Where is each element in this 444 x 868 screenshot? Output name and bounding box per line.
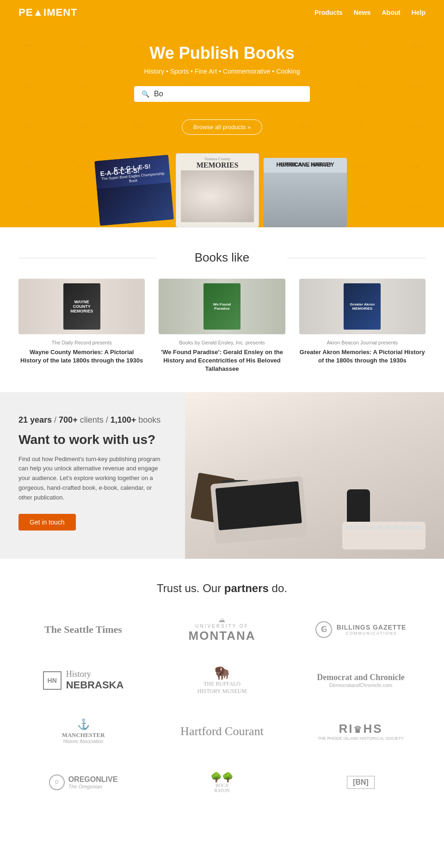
history-nebraska-text: History NEBRASKA	[66, 669, 124, 691]
book-card-wayne: WAYNE COUNTY MEMORIES The Daily Record p…	[18, 279, 145, 374]
hero-section: BUYOLD100GENFAR123ARTNEW MAGPICHISSCIBIO…	[0, 25, 444, 227]
rihs-text: RI♛HS	[318, 722, 404, 736]
billings-title: BILLINGS GAZETTE	[337, 624, 407, 631]
billings-gazette-logo: 𝔾 BILLINGS GAZETTE COMMUNICATIONS	[315, 621, 407, 638]
billings-text: BILLINGS GAZETTE COMMUNICATIONS	[337, 624, 407, 636]
work-image	[185, 392, 444, 559]
book-card-akron: Greater Akron MEMORIES Akron Beacon Jour…	[299, 279, 426, 374]
book-cover-inner-paradise: We Found Paradise	[204, 283, 240, 330]
buffalo-museum-logo: 🦬 THE BUFFALOHISTORY MUSEUM	[197, 665, 247, 695]
search-bar: 🔍	[134, 86, 310, 102]
keyboard-illustration	[342, 522, 426, 550]
partners-title-pre: Trust us. Our	[157, 582, 224, 594]
work-content: 21 years / 700+ clients / 1,100+ books W…	[0, 392, 185, 559]
oregonlive-text: OREGONLIVE The Oregonian	[68, 775, 118, 789]
democrat-chronicle-logo: Democrat and Chronicle DemocratandChroni…	[317, 673, 405, 688]
partners-section: Trust us. Our partners do. The Seattle T…	[0, 559, 444, 822]
book-title-akron: Greater Akron Memories: A Pictorial Hist…	[299, 348, 426, 365]
billings-sub: COMMUNICATIONS	[337, 631, 407, 636]
democrat-chronicle-title: Democrat and Chronicle	[317, 673, 405, 682]
books-like-section: Books like WAYNE COUNTY MEMORIES The Dai…	[0, 227, 444, 392]
manchester-sub: Historic Association	[62, 739, 105, 744]
partner-boca: 🌳🌳 BOCARATON	[157, 766, 287, 799]
work-title: Want to work with us?	[18, 432, 166, 447]
democrat-chronicle-url: DemocratandChronicle.com	[317, 682, 405, 688]
book-title-paradise: 'We Found Paradise': Gerald Ensley on th…	[159, 348, 285, 374]
book-hurricane-cover: HURRICANE HARVEY	[264, 158, 347, 227]
rihs-logo: RI♛HS THE RHODE ISLAND HISTORICAL SOCIET…	[318, 722, 404, 741]
montana-university-of: UNIVERSITY OF	[195, 624, 249, 629]
bn-logo: [BN]	[347, 776, 375, 789]
seattle-times-logo: The Seattle Times	[44, 624, 122, 636]
hero-books: E-A-G-L-E-S!The Super Bowl Eagles Champi…	[9, 149, 435, 227]
partner-billings-gazette: 𝔾 BILLINGS GAZETTE COMMUNICATIONS	[296, 613, 426, 646]
history-nebraska-logo: HN History NEBRASKA	[43, 669, 124, 691]
partner-montana: ⛰ UNIVERSITY OF MONTANA	[157, 613, 287, 646]
search-input[interactable]	[154, 90, 302, 98]
partners-title: Trust us. Our partners do.	[18, 582, 426, 595]
desk-illustration	[185, 392, 444, 559]
partner-oregonlive: O OREGONLIVE The Oregonian	[18, 766, 148, 799]
partner-bn: [BN]	[296, 766, 426, 799]
partner-rihs: RI♛HS THE RHODE ISLAND HISTORICAL SOCIET…	[296, 715, 426, 748]
nav-products[interactable]: Products	[314, 9, 343, 16]
browse-all-button[interactable]: Browse all products »	[182, 119, 262, 135]
manchester-name: MANCHESTER	[62, 731, 105, 739]
nav-about[interactable]: About	[382, 9, 400, 16]
oregonian-name: The Oregonian	[68, 784, 118, 789]
boca-logo: 🌳🌳 BOCARATON	[210, 772, 234, 793]
partners-title-post: do.	[269, 582, 287, 594]
partner-buffalo: 🦬 THE BUFFALOHISTORY MUSEUM	[157, 664, 287, 697]
oregonlive-circle-icon: O	[49, 774, 65, 790]
montana-mountain-icon: ⛰	[219, 616, 225, 624]
rihs-sub: THE RHODE ISLAND HISTORICAL SOCIETY	[318, 736, 404, 741]
logo[interactable]: PE▲IMENT	[18, 6, 78, 19]
laptop-illustration	[210, 476, 308, 544]
book-card-image-paradise: We Found Paradise	[159, 279, 285, 334]
books-like-title: Books like	[18, 250, 426, 265]
book-cover-inner-akron: Greater Akron MEMORIES	[344, 283, 381, 330]
book-memories-cover: Ventura County MEMORIES	[176, 153, 259, 227]
bn-text: [BN]	[353, 778, 369, 787]
partner-manchester: ⚓ MANCHESTER Historic Association	[18, 715, 148, 748]
montana-name: MONTANA	[189, 629, 256, 643]
work-description: Find out how Pediment's turn-key publish…	[18, 455, 166, 503]
partners-title-highlight: partners	[224, 582, 269, 594]
main-nav: Products News About Help	[314, 9, 426, 16]
hartford-courant-logo: Hartford Courant	[180, 724, 264, 738]
nebraska-label: NEBRASKA	[66, 679, 124, 691]
boca-text: BOCARATON	[210, 783, 234, 793]
nav-help[interactable]: Help	[412, 9, 426, 16]
manchester-logo: ⚓ MANCHESTER Historic Association	[62, 718, 105, 744]
book-publisher-paradise: Books by Gerald Ensley, Inc. presents	[159, 340, 285, 345]
search-icon: 🔍	[142, 90, 149, 98]
work-stats: 21 years / 700+ clients / 1,100+ books	[18, 415, 166, 425]
book-eagles-cover: E-A-G-L-E-S!The Super Bowl Eagles Champi…	[94, 155, 174, 225]
buffalo-museum-text: THE BUFFALOHISTORY MUSEUM	[197, 681, 247, 695]
hero-subtitle: History • Sports • Fine Art • Commemorat…	[9, 68, 435, 75]
history-label: History	[66, 669, 124, 679]
book-publisher-akron: Akron Beacon Journal presents	[299, 340, 426, 345]
site-header: PE▲IMENT Products News About Help	[0, 0, 444, 25]
book-cover-inner-wayne: WAYNE COUNTY MEMORIES	[63, 283, 100, 330]
buffalo-icon: 🦬	[197, 665, 247, 681]
book-card-paradise: We Found Paradise Books by Gerald Ensley…	[159, 279, 285, 374]
book-card-image-wayne: WAYNE COUNTY MEMORIES	[18, 279, 145, 334]
get-in-touch-button[interactable]: Get in touch	[18, 514, 76, 531]
partner-seattle-times: The Seattle Times	[18, 613, 148, 646]
partners-grid: The Seattle Times ⛰ UNIVERSITY OF MONTAN…	[18, 613, 426, 799]
book-card-image-akron: Greater Akron MEMORIES	[299, 279, 426, 334]
boca-tree-icon: 🌳🌳	[210, 772, 234, 783]
work-section: 21 years / 700+ clients / 1,100+ books W…	[0, 392, 444, 559]
books-grid: WAYNE COUNTY MEMORIES The Daily Record p…	[18, 279, 426, 374]
book-title-wayne: Wayne County Memories: A Pictorial Histo…	[18, 348, 145, 365]
partner-democrat-chronicle: Democrat and Chronicle DemocratandChroni…	[296, 664, 426, 697]
hero-title: We Publish Books	[9, 44, 435, 63]
history-nebraska-icon: HN	[43, 671, 62, 690]
billings-circle-icon: 𝔾	[315, 621, 332, 638]
manchester-anchor-icon: ⚓	[62, 718, 105, 731]
oregonlive-name: OREGONLIVE	[68, 775, 118, 784]
book-publisher-wayne: The Daily Record presents	[18, 340, 145, 345]
nav-news[interactable]: News	[354, 9, 371, 16]
partner-history-nebraska: HN History NEBRASKA	[18, 664, 148, 697]
